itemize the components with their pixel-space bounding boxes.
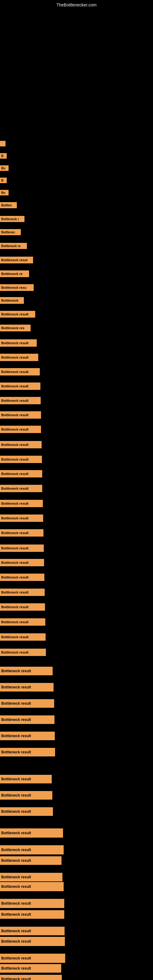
bar-item: Bottleneck result — [0, 856, 62, 865]
bar-item: Bo — [0, 165, 9, 171]
bottleneck-bar: Bottlen — [0, 202, 17, 208]
bar-item: Bottleneck result — [0, 633, 46, 641]
bar-item: Bottleneck result — [0, 559, 44, 566]
bar-item: Bottleneck result — [0, 589, 45, 596]
bar-item: Bottleneck result — [0, 910, 64, 919]
bottleneck-bar: Bottleneck result — [0, 699, 54, 708]
bottleneck-bar: Bottleneck result — [0, 456, 42, 463]
bottleneck-bar: Bottleneck result — [0, 368, 40, 375]
bottleneck-bar: Bottleneck result — [0, 667, 53, 675]
bottleneck-bar: Bottleneck result — [0, 954, 65, 963]
bottleneck-bar: Bottleneck result — [0, 683, 54, 692]
bar-item — [0, 141, 5, 146]
bottleneck-bar: Bottleneck result — [0, 775, 52, 783]
bar-item: Bottleneck result — [0, 311, 35, 318]
bar-item: Bottleneck result — [0, 426, 41, 433]
bar-item: Bottleneck result — [0, 699, 54, 708]
bottleneck-bar: Bo — [0, 165, 9, 171]
bottleneck-bar: Bottleneck result — [0, 791, 52, 800]
bar-item: Bottleneck result — [0, 368, 40, 375]
bar-item: Bottleneck res — [0, 325, 30, 331]
bottleneck-bar: Bottleneck r — [0, 216, 24, 222]
bar-item: Bottleneck result — [0, 873, 62, 881]
bottleneck-bar: Bottleneck result — [0, 426, 41, 433]
bar-item: Bottleneck result — [0, 339, 37, 347]
bottleneck-bar: Bottleneck result — [0, 397, 41, 404]
bar-item: Bottleneck result — [0, 845, 64, 854]
bar-item: Bottleneck result — [0, 829, 63, 838]
bottleneck-bar: Bottleneck result — [0, 311, 35, 318]
bar-item: Bottleneck result — [0, 397, 41, 404]
bottleneck-bar: Bottleneck result — [0, 559, 44, 566]
bottleneck-bar: Bottleneck result — [0, 748, 55, 756]
bar-item: Bottleneck result — [0, 683, 54, 692]
bottleneck-bar: Bottleneck result — [0, 975, 62, 980]
bottleneck-bar: Bottleneck result — [0, 529, 43, 536]
bar-item: Bottleneck result — [0, 649, 46, 656]
bottleneck-bar: Bottleneck result — [0, 411, 41, 418]
bar-item: Bottleneck result — [0, 354, 38, 361]
bar-item: Bottleneck result — [0, 529, 43, 536]
bottleneck-bar: B — [0, 178, 7, 183]
bar-item: Bottleneck result — [0, 667, 53, 675]
bottleneck-bar: Bottleneck result — [0, 382, 40, 390]
bar-item: Bottleneck result — [0, 411, 41, 418]
bottleneck-bar: Bottleneck result — [0, 882, 64, 891]
bar-item: Bottleneck result — [0, 775, 52, 783]
bottleneck-bar: Bottleneck result — [0, 845, 64, 854]
bar-item: Bottleneck result — [0, 500, 43, 507]
bar-item: Bottleneck result — [0, 618, 45, 626]
bottleneck-bar: Bottleneck result — [0, 633, 46, 641]
bar-item: Bottleneck re — [0, 270, 29, 277]
bottleneck-bar: Bottleneck result — [0, 339, 37, 347]
bottleneck-bar: Bottleneck result — [0, 829, 63, 838]
bottleneck-bar: Bottleneck result — [0, 470, 42, 477]
bottleneck-bar: Bottleneck res — [0, 325, 30, 331]
bottleneck-bar: Bo — [0, 190, 9, 196]
bar-item: Bottlenec — [0, 229, 21, 235]
bar-item: B — [0, 153, 7, 159]
bottleneck-bar — [0, 141, 5, 146]
bar-item: Bottleneck result — [0, 975, 62, 980]
bar-item: Bottleneck result — [0, 954, 65, 963]
bar-item: Bottleneck result — [0, 485, 42, 492]
bottleneck-bar: Bottleneck result — [0, 927, 65, 935]
bottleneck-bar: Bottleneck — [0, 297, 24, 304]
bar-item: Bottleneck re — [0, 243, 27, 249]
bar-item: Bottleneck result — [0, 514, 43, 522]
bottleneck-bar: Bottleneck resu — [0, 284, 33, 291]
bar-item: Bottleneck result — [0, 882, 64, 891]
bottleneck-bar: Bottleneck result — [0, 937, 65, 946]
bottleneck-bar: Bottleneck result — [0, 807, 53, 816]
bottleneck-bar: Bottleneck result — [0, 441, 41, 449]
bottleneck-bar: Bottleneck result — [0, 589, 45, 596]
bottleneck-bar: Bottleneck result — [0, 910, 64, 919]
bottleneck-bar: Bottleneck result — [0, 715, 54, 724]
bar-item: Bottleneck r — [0, 216, 24, 222]
bar-item: Bottleneck result — [0, 544, 44, 552]
bar-item: Bottleneck result — [0, 441, 41, 449]
bottleneck-bar: Bottleneck result — [0, 574, 45, 581]
bottleneck-bar: Bottleneck result — [0, 514, 43, 522]
bottleneck-bar: Bottleneck result — [0, 899, 64, 908]
site-title: TheBottlenecker.com — [56, 2, 97, 7]
bar-item: Bottleneck result — [0, 937, 65, 946]
bar-item: Bottleneck result — [0, 470, 42, 477]
bar-item: Bottleneck result — [0, 899, 64, 908]
bottleneck-bar: Bottleneck result — [0, 873, 62, 881]
bottleneck-bar: Bottleneck result — [0, 485, 42, 492]
bar-item: B — [0, 178, 7, 183]
bar-item: Bottleneck — [0, 297, 24, 304]
bar-item: Bottleneck result — [0, 927, 65, 935]
bar-item: Bottleneck result — [0, 574, 45, 581]
bar-item: Bottleneck result — [0, 807, 53, 816]
bottleneck-bar: Bottleneck result — [0, 856, 62, 865]
bottleneck-bar: B — [0, 153, 7, 159]
bottleneck-bar: Bottleneck result — [0, 964, 61, 973]
bottleneck-bar: Bottleneck result — [0, 618, 45, 626]
bottleneck-bar: Bottleneck result — [0, 732, 55, 740]
bar-item: Bottleneck result — [0, 603, 45, 611]
bar-item: Bottleneck result — [0, 732, 55, 740]
bar-item: Bottleneck result — [0, 748, 55, 756]
bottleneck-bar: Bottlenec — [0, 229, 21, 235]
